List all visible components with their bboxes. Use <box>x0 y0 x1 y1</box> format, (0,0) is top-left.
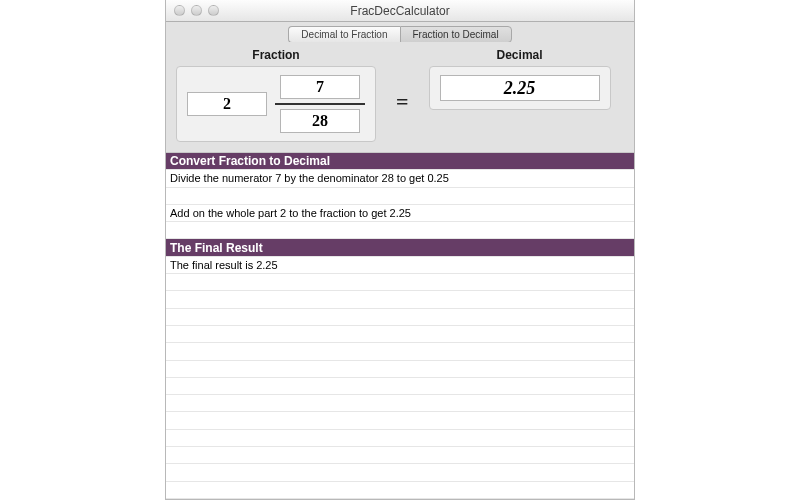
blank-line <box>166 309 634 326</box>
blank-line <box>166 343 634 360</box>
fraction-label: Fraction <box>252 48 299 62</box>
blank-line <box>166 464 634 481</box>
decimal-box: 2.25 <box>429 66 611 110</box>
decimal-column: Decimal 2.25 <box>429 48 611 142</box>
blank-line <box>166 430 634 447</box>
step-line: Divide the numerator 7 by the denominato… <box>166 170 634 187</box>
fraction-column: Fraction 2 7 28 <box>176 48 376 142</box>
numerator-input[interactable]: 7 <box>280 75 360 99</box>
blank-line <box>166 274 634 291</box>
fraction-bar <box>275 103 365 105</box>
blank-line <box>166 326 634 343</box>
steps-list: Convert Fraction to Decimal Divide the n… <box>166 153 634 499</box>
blank-line <box>166 222 634 239</box>
step-section-header: Convert Fraction to Decimal <box>166 153 634 170</box>
blank-line <box>166 447 634 464</box>
equals-sign: = <box>392 89 413 115</box>
fraction-box: 2 7 28 <box>176 66 376 142</box>
whole-input[interactable]: 2 <box>187 92 267 116</box>
blank-line <box>166 378 634 395</box>
fraction-group: 7 28 <box>275 75 365 133</box>
app-window: FracDecCalculator Decimal to Fraction Fr… <box>165 0 635 500</box>
step-section-header: The Final Result <box>166 239 634 256</box>
tab-fraction-to-decimal[interactable]: Fraction to Decimal <box>400 26 512 43</box>
decimal-output[interactable]: 2.25 <box>440 75 600 101</box>
steps-area: Convert Fraction to Decimal Divide the n… <box>166 152 634 499</box>
decimal-label: Decimal <box>497 48 543 62</box>
tabbar: Decimal to Fraction Fraction to Decimal <box>166 22 634 42</box>
blank-line <box>166 188 634 205</box>
step-line: The final result is 2.25 <box>166 257 634 274</box>
denominator-input[interactable]: 28 <box>280 109 360 133</box>
blank-line <box>166 412 634 429</box>
blank-line <box>166 361 634 378</box>
blank-line <box>166 482 634 499</box>
step-line: Add on the whole part 2 to the fraction … <box>166 205 634 222</box>
tab-decimal-to-fraction[interactable]: Decimal to Fraction <box>288 26 399 43</box>
blank-line <box>166 395 634 412</box>
titlebar: FracDecCalculator <box>166 0 634 22</box>
window-title: FracDecCalculator <box>166 4 634 18</box>
blank-line <box>166 291 634 308</box>
input-panel: Fraction 2 7 28 = Decimal 2.25 <box>166 42 634 152</box>
